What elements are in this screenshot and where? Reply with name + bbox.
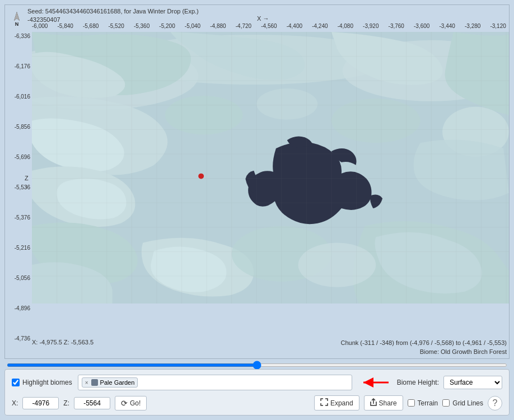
expand-icon <box>320 398 328 408</box>
north-arrow: N <box>11 11 23 29</box>
highlight-biomes-checkbox[interactable]: Highlight biomes <box>12 379 72 386</box>
bottom-controls: Highlight biomes × Pale Garden <box>4 369 510 416</box>
gridlines-checkbox[interactable]: Grid Lines <box>442 399 483 407</box>
chunk-coords: Chunk (-311 / -348) from (-4,976 / -5,56… <box>340 339 507 347</box>
z-coord-label: Z: <box>63 399 69 407</box>
terrain-checkbox[interactable]: Terrain <box>408 399 438 407</box>
gridlines-checkbox-input[interactable] <box>442 399 450 407</box>
biome-name: Biome: Old Growth Birch Forest <box>340 348 507 356</box>
svg-text:N: N <box>15 21 19 26</box>
z-axis-numbers: -6,336 -6,176 -6,016 -5,856 -5,696 -5,53… <box>5 33 32 342</box>
cursor-coords: X: -4,975.5 Z: -5,563.5 <box>32 339 94 356</box>
expand-button-label: Expand <box>330 399 353 407</box>
map-area: N Seed: 5454463434460346161688, for Java… <box>4 4 510 359</box>
gridlines-label: Grid Lines <box>452 399 483 407</box>
main-container: N Seed: 5454463434460346161688, for Java… <box>0 0 514 420</box>
biome-tag-name: Pale Garden <box>100 379 135 386</box>
map-svg[interactable] <box>32 32 509 304</box>
svg-marker-1 <box>14 12 20 21</box>
controls-row2: X: Z: ⟳ Go! Expand <box>12 395 502 410</box>
z-coord-input[interactable] <box>74 397 110 409</box>
biome-height-select[interactable]: Surface Underground Cave <box>443 376 502 389</box>
share-button[interactable]: Share <box>364 395 403 410</box>
x-coord-input[interactable] <box>22 397 59 409</box>
svg-point-12 <box>298 242 376 287</box>
share-icon <box>370 398 377 408</box>
highlight-biomes-input[interactable] <box>12 379 20 386</box>
go-icon: ⟳ <box>121 399 128 408</box>
zoom-slider[interactable] <box>7 363 507 367</box>
terrain-checkbox-input[interactable] <box>408 399 415 407</box>
red-arrow-indicator <box>358 374 391 391</box>
seed-line1: Seed: 5454463434460346161688, for Java W… <box>27 7 199 16</box>
terrain-label: Terrain <box>418 399 438 407</box>
biome-tag[interactable]: × Pale Garden <box>82 377 138 388</box>
x-axis-arrow: X → <box>257 15 269 22</box>
go-button-label: Go! <box>130 399 141 407</box>
svg-point-8 <box>256 88 317 119</box>
x-axis-numbers: -6,000 -5,840 -5,680 -5,520 -5,360 -5,20… <box>32 23 509 29</box>
biome-tag-remove-icon[interactable]: × <box>85 380 88 386</box>
biome-tag-color <box>91 379 98 386</box>
map-status-bar: X: -4,975.5 Z: -5,563.5 Chunk (-311 / -3… <box>32 339 507 356</box>
expand-button[interactable]: Expand <box>314 395 359 410</box>
controls-row1: Highlight biomes × Pale Garden <box>12 374 502 391</box>
chunk-info: Chunk (-311 / -348) from (-4,976 / -5,56… <box>340 339 507 356</box>
zoom-slider-area <box>4 359 510 369</box>
help-button[interactable]: ? <box>488 396 502 410</box>
biome-height-label: Biome Height: <box>397 379 439 386</box>
seed-info: Seed: 5454463434460346161688, for Java W… <box>27 7 199 25</box>
share-button-label: Share <box>379 399 397 407</box>
question-icon: ? <box>493 398 498 408</box>
go-button[interactable]: ⟳ Go! <box>115 396 147 410</box>
x-coord-label: X: <box>12 399 18 407</box>
svg-point-13 <box>198 174 204 179</box>
highlight-biomes-label: Highlight biomes <box>22 379 72 386</box>
biome-height-section: Biome Height: Surface Underground Cave <box>397 376 502 389</box>
svg-point-7 <box>165 96 243 134</box>
biome-tags-container[interactable]: × Pale Garden <box>78 375 352 390</box>
